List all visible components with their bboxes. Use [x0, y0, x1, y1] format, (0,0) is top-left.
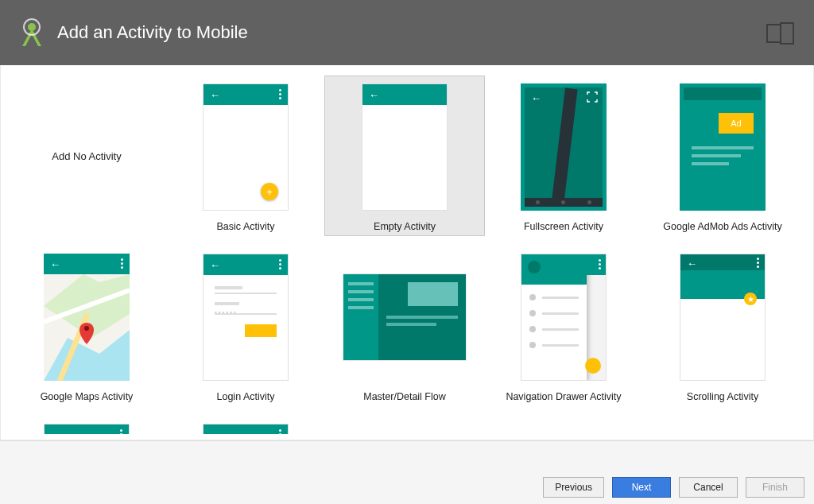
back-arrow-icon: ← [51, 429, 61, 434]
activity-template-label: Basic Activity [214, 218, 278, 234]
finish-button[interactable]: Finish [746, 477, 804, 498]
activity-thumbnail: ← [484, 76, 643, 218]
android-studio-logo-icon [16, 17, 48, 48]
activity-template-empty[interactable]: ← Empty Activity [325, 76, 484, 235]
activity-template-maps[interactable]: ← Google Maps Activity [7, 246, 166, 405]
wizard-footer: Previous Next Cancel Finish [0, 440, 814, 504]
device-preview-icon [766, 22, 795, 48]
overflow-menu-icon [279, 89, 281, 99]
wizard-title: Add an Activity to Mobile [57, 22, 248, 43]
activity-template-admob[interactable]: Ad Google AdMob Ads Activity [643, 76, 802, 235]
next-button[interactable]: Next [612, 477, 671, 498]
overflow-menu-icon [120, 429, 122, 434]
overflow-menu-icon [279, 429, 281, 434]
activity-template-label: Fullscreen Activity [521, 218, 607, 234]
activity-template-label: Master/Detail Flow [360, 388, 449, 404]
overflow-menu-icon [121, 258, 123, 269]
wizard-header: Add an Activity to Mobile [0, 0, 814, 65]
activity-gallery: Add No Activity ← + Basic Activity ← Emp… [0, 65, 814, 440]
activity-thumbnail: ← [7, 246, 166, 388]
back-arrow-icon: ← [687, 258, 697, 269]
activity-thumbnail: ← [7, 417, 166, 434]
overflow-menu-icon [279, 259, 281, 269]
back-arrow-icon: ← [50, 258, 60, 270]
activity-template-scrolling[interactable]: ← ★ Scrolling Activity [643, 246, 802, 405]
ad-badge: Ad [719, 113, 754, 134]
fullscreen-icon [587, 91, 598, 103]
activity-template-navdrawer[interactable]: Navigation Drawer Activity [484, 246, 643, 405]
activity-thumbnail [484, 246, 643, 388]
back-arrow-icon: ← [210, 429, 220, 434]
back-arrow-icon: ← [210, 89, 220, 101]
svg-rect-3 [781, 23, 793, 44]
activity-template-label: Google Maps Activity [37, 388, 137, 404]
activity-thumbnail: ← •••••• [166, 246, 325, 388]
back-arrow-icon: ← [369, 89, 379, 101]
activity-template-masterdetail[interactable]: Master/Detail Flow [325, 246, 484, 405]
activity-template-label: Add No Activity [52, 150, 121, 162]
activity-gallery-viewport[interactable]: Add No Activity ← + Basic Activity ← Emp… [7, 70, 807, 434]
activity-template-label: Empty Activity [370, 218, 439, 234]
fab-icon: + [261, 183, 278, 200]
activity-thumbnail: ← [325, 76, 484, 218]
previous-button[interactable]: Previous [543, 477, 604, 498]
cancel-button[interactable]: Cancel [679, 477, 738, 498]
svg-point-5 [84, 326, 89, 331]
activity-template-label: Scrolling Activity [684, 388, 762, 404]
activity-template-none[interactable]: Add No Activity [7, 76, 166, 235]
activity-template-fullscreen[interactable]: ← Fullscreen Activity [484, 76, 643, 235]
activity-thumbnail: ← [166, 417, 325, 434]
activity-template-login[interactable]: ← •••••• Login Activity [166, 246, 325, 405]
activity-template-placeholder[interactable]: ← [7, 417, 166, 434]
activity-thumbnail: ← + [166, 76, 325, 218]
activity-thumbnail: Ad [643, 76, 802, 218]
overflow-menu-icon [757, 258, 759, 268]
activity-thumbnail [325, 246, 484, 388]
fab-icon [585, 358, 601, 374]
activity-template-label: Navigation Drawer Activity [502, 388, 624, 404]
back-arrow-icon: ← [210, 259, 220, 271]
overflow-menu-icon [599, 259, 601, 269]
activity-template-label: Login Activity [214, 388, 278, 404]
back-arrow-icon: ← [531, 92, 541, 104]
fab-icon: ★ [744, 293, 757, 305]
activity-thumbnail: ← ★ [643, 246, 802, 388]
activity-template-basic[interactable]: ← + Basic Activity [166, 76, 325, 235]
activity-template-label: Google AdMob Ads Activity [660, 218, 785, 234]
activity-template-placeholder[interactable]: ← [166, 417, 325, 434]
